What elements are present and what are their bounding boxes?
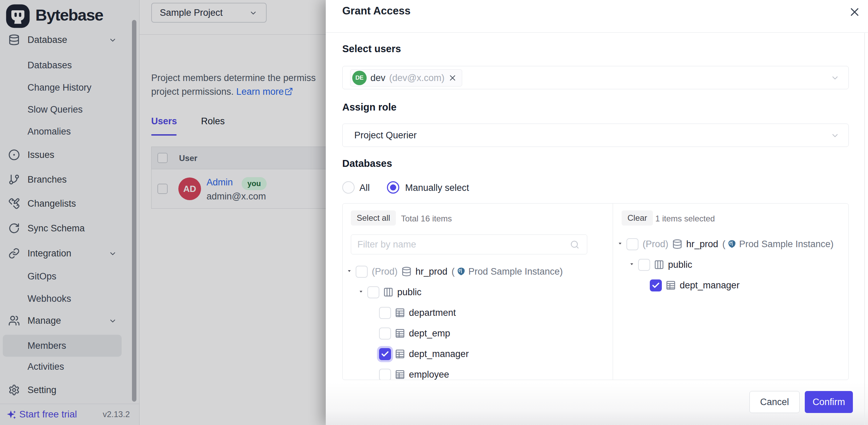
tree-node-label: dept_manager (680, 280, 739, 291)
tree-node-label: hr_prod (415, 266, 447, 277)
caret-spacer (370, 351, 379, 357)
chevron-down-icon (831, 73, 839, 82)
instance-paren: ( (452, 266, 455, 277)
tree-node-label: employee (409, 369, 449, 380)
environment-label: (Prod) (643, 239, 668, 250)
caret-spacer (370, 372, 379, 377)
tree-node-label: dept_emp (409, 328, 450, 339)
target-panel: Clear 1 items selected (Prod)hr_prod(Pro… (613, 204, 849, 380)
avatar: DE (352, 71, 367, 85)
tree-row-hr-prod[interactable]: (Prod)hr_prod(Prod Sample Instance) (613, 234, 849, 254)
selected-count-label: 1 items selected (655, 214, 715, 223)
radio-all[interactable] (342, 181, 355, 194)
total-items-label: Total 16 items (401, 214, 452, 223)
select-all-button[interactable]: Select all (351, 210, 396, 226)
dialog-scrollbar-track[interactable] (864, 33, 865, 425)
users-multiselect[interactable]: DE dev (dev@x.com) (342, 66, 849, 89)
postgresql-icon (727, 239, 737, 249)
filter-input[interactable] (351, 234, 587, 254)
checkbox[interactable] (638, 259, 650, 271)
user-name: dev (370, 73, 386, 83)
search-icon (570, 240, 579, 249)
radio-all-label[interactable]: All (359, 183, 370, 193)
grant-access-dialog: Grant Access Select users DE dev (dev@x.… (326, 0, 868, 425)
caret-down-icon[interactable] (629, 262, 638, 267)
schema-icon (383, 287, 393, 297)
radio-manually-select[interactable] (387, 181, 399, 194)
table-icon (395, 349, 405, 359)
checkbox[interactable] (379, 369, 391, 380)
databases-label: Databases (342, 158, 392, 169)
caret-spacer (641, 283, 650, 288)
tree-row-dept-manager[interactable]: dept_manager (613, 275, 849, 296)
instance-label: Prod Sample Instance) (739, 239, 834, 250)
radio-manual-label[interactable]: Manually select (405, 183, 469, 193)
table-icon (395, 308, 405, 318)
cancel-button[interactable]: Cancel (749, 391, 800, 413)
tree-row-dept-emp[interactable]: dept_emp (343, 323, 613, 344)
tree-node-label: hr_prod (686, 239, 718, 250)
role-select[interactable]: Project Querier (342, 124, 849, 147)
tree-row-public[interactable]: public (343, 282, 613, 302)
checkbox[interactable] (379, 307, 391, 319)
app-screen: Bytebase DatabaseDatabasesChange History… (0, 0, 868, 425)
caret-down-icon[interactable] (358, 289, 367, 295)
tree-row-department[interactable]: department (343, 302, 613, 323)
database-transfer: Select all Total 16 items (Prod)hr_prod(… (342, 203, 849, 380)
remove-user-icon[interactable] (448, 73, 457, 82)
chevron-down-icon (831, 131, 839, 140)
caret-down-icon[interactable] (617, 241, 626, 247)
database-icon (401, 266, 412, 277)
postgresql-icon (456, 266, 466, 277)
checkbox[interactable] (367, 286, 379, 298)
checkbox[interactable] (356, 266, 368, 278)
source-panel: Select all Total 16 items (Prod)hr_prod(… (343, 204, 613, 380)
tree-row-dept-manager[interactable]: dept_manager (343, 344, 613, 364)
tree-node-label: public (668, 260, 692, 270)
table-icon (666, 280, 676, 290)
selected-user-chip: DE dev (dev@x.com) (350, 69, 462, 87)
clear-button[interactable]: Clear (622, 210, 653, 226)
tree-node-label: department (409, 308, 456, 318)
checkbox[interactable] (379, 348, 391, 360)
database-icon (672, 239, 682, 249)
role-select-value: Project Querier (354, 124, 417, 147)
select-users-label: Select users (342, 43, 401, 55)
caret-spacer (370, 310, 379, 315)
assign-role-label: Assign role (342, 102, 397, 113)
checkbox[interactable] (379, 328, 391, 340)
checkbox[interactable] (650, 279, 662, 291)
tree-row-public[interactable]: public (613, 254, 849, 275)
instance-paren: ( (722, 239, 725, 250)
tree-row-hr-prod[interactable]: (Prod)hr_prod(Prod Sample Instance) (343, 261, 613, 282)
tree-node-label: public (397, 287, 422, 298)
caret-spacer (370, 331, 379, 336)
dialog-header-divider (326, 32, 868, 33)
tree-node-label: dept_manager (409, 349, 469, 359)
table-icon (395, 369, 405, 380)
tree-row-employee[interactable]: employee (343, 364, 613, 380)
environment-label: (Prod) (372, 266, 398, 277)
table-icon (395, 328, 405, 338)
dialog-title: Grant Access (342, 5, 411, 17)
schema-icon (654, 260, 664, 270)
checkbox[interactable] (626, 238, 638, 250)
user-email: (dev@x.com) (389, 73, 445, 83)
close-icon[interactable] (848, 5, 861, 19)
caret-down-icon[interactable] (347, 269, 356, 274)
confirm-button[interactable]: Confirm (805, 391, 853, 413)
instance-label: Prod Sample Instance) (468, 266, 563, 277)
